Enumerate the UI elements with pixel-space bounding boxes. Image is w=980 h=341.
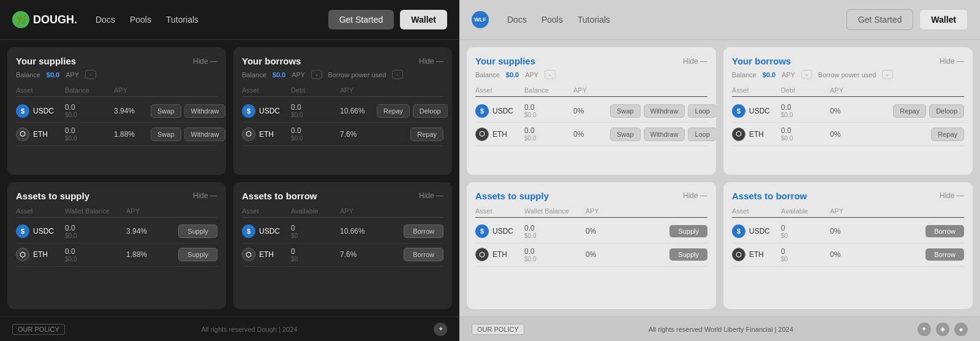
right-wallet-button[interactable]: Wallet [919,9,968,30]
left-supply-assets-usdc-wallet-main: 0.0 [65,224,126,232]
right-footer-social: ✦ ◈ ● [918,323,968,336]
right-logo: WLF [472,11,489,28]
right-supplies-usdc-apy: 0% [573,107,610,115]
right-footer-policy[interactable]: OUR POLICY [472,324,524,335]
left-footer: OUR POLICY All rights reserved Dough | 2… [0,316,459,341]
left-borrows-eth-repay[interactable]: Repay [410,128,443,141]
left-nav-pools[interactable]: Pools [130,15,151,25]
right-supplies-card: Your supplies Hide — Balance $0.0 APY - … [467,47,716,175]
left-borrows-usdc-apy: 10.66% [340,107,377,115]
right-borrows-col-asset: Asset [732,86,781,94]
left-borrows-card: Your borrows Hide — Balance $0.0 APY - B… [233,47,452,175]
left-supplies-eth-actions: Swap Withdraw Loop [151,128,226,141]
right-telegram-icon[interactable]: ● [954,323,968,336]
right-supply-assets-table-header: Asset Wallet Balance APY [475,205,707,218]
left-borrows-usdc-deloop[interactable]: Deloop [413,104,448,118]
right-nav-docs[interactable]: Docs [507,15,527,25]
left-borrow-assets-header: Assets to borrow Hide — [242,191,443,201]
left-supplies-usdc-swap[interactable]: Swap [151,104,181,118]
left-borrows-col-apy: APY [340,86,377,94]
right-supplies-col-balance: Balance [524,86,573,94]
left-supplies-eth-bal-main: 0.0 [65,126,114,135]
left-supply-assets-eth-supply-btn[interactable]: Supply [178,248,217,261]
right-supplies-usdc-bal-sub: $0.0 [524,112,573,118]
left-borrows-usdc-asset: $ USDC [242,104,291,118]
right-nav-tutorials[interactable]: Tutorials [578,15,610,25]
right-borrows-col-actions [867,86,964,94]
right-borrows-usdc-deloop[interactable]: Deloop [929,104,964,118]
right-borrow-assets-eth-apy: 0% [830,250,867,259]
left-supply-assets-eth-actions: Supply [163,248,217,261]
right-discord-icon[interactable]: ◈ [936,323,949,336]
left-supply-assets-col-actions [163,207,217,215]
right-supplies-col-asset: Asset [475,86,524,94]
left-supplies-balance-value: $0.0 [47,71,59,79]
right-supply-assets-hide[interactable]: Hide — [683,191,707,200]
right-borrows-usdc-repay[interactable]: Repay [893,104,926,118]
left-supplies-apy-tag: - [85,70,96,79]
left-supplies-hide[interactable]: Hide — [193,57,217,66]
right-borrow-assets-usdc-actions: Borrow [867,225,964,237]
left-borrows-usdc-repay[interactable]: Repay [377,104,410,118]
left-supplies-usdc-withdraw[interactable]: Withdraw [184,104,226,118]
left-borrow-assets-eth-borrow-btn[interactable]: Borrow [404,248,443,261]
right-borrow-assets-usdc-avail-sub: $0 [781,232,830,239]
right-borrows-usdc-icon: $ [732,104,745,118]
left-borrows-col-debt: Debt [291,86,340,94]
right-supplies-eth-withdraw[interactable]: Withdraw [644,128,685,141]
right-borrows-meta: Balance $0.0 APY - Borrow power used - [732,70,964,79]
right-supply-assets-usdc-apy: 0% [586,227,622,236]
left-supplies-usdc-asset: $ USDC [16,104,65,118]
right-footer: OUR POLICY All rights reserved World Lib… [459,316,980,341]
left-supplies-card: Your supplies Hide — Balance $0.0 APY - … [7,47,226,175]
left-borrow-assets-usdc-borrow-btn[interactable]: Borrow [404,224,443,238]
right-supplies-eth-loop[interactable]: Loop [688,128,716,141]
left-supplies-eth-swap[interactable]: Swap [151,128,181,141]
right-supplies-header: Your supplies Hide — [475,56,707,66]
left-borrow-assets-col-available: Available [291,207,340,215]
right-supplies-usdc-swap[interactable]: Swap [610,104,641,118]
right-supply-assets-usdc-wallet-main: 0.0 [524,224,586,232]
right-nav-pools[interactable]: Pools [541,15,563,25]
left-borrow-assets-hide[interactable]: Hide — [419,191,443,200]
right-borrow-assets-eth-borrow-btn[interactable]: Borrow [925,248,964,261]
left-supplies-col-asset: Asset [16,86,65,94]
left-borrow-assets-card: Assets to borrow Hide — Asset Available … [233,182,452,310]
left-footer-policy[interactable]: OUR POLICY [12,324,65,335]
right-borrow-assets-usdc-borrow-btn[interactable]: Borrow [925,225,964,237]
right-borrow-assets-table-header: Asset Available APY [732,205,964,218]
left-borrows-table-header: Asset Debt APY [242,84,443,97]
left-supplies-eth-withdraw[interactable]: Withdraw [184,128,226,141]
left-supply-assets-hide[interactable]: Hide — [193,191,217,200]
left-get-started-button[interactable]: Get Started [328,10,394,29]
left-borrows-hide[interactable]: Hide — [419,57,443,66]
right-twitter-icon[interactable]: ✦ [918,323,931,336]
left-supplies-eth-icon: ⬡ [16,128,29,141]
right-borrows-eth-icon: ⬡ [732,128,745,141]
left-borrows-usdc-label: USDC [259,107,280,115]
left-nav-tutorials[interactable]: Tutorials [166,15,198,25]
right-borrow-assets-hide[interactable]: Hide — [940,191,964,200]
left-nav-docs[interactable]: Docs [96,15,115,25]
left-borrows-balance-value: $0.0 [273,71,285,79]
left-borrow-assets-eth-apy: 7.6% [340,250,377,259]
right-supply-assets-usdc-supply-btn[interactable]: Supply [669,225,707,237]
right-supplies-hide[interactable]: Hide — [683,57,707,66]
right-borrows-eth-repay[interactable]: Repay [931,128,964,141]
right-borrows-title: Your borrows [732,56,791,66]
left-twitter-icon[interactable]: ✦ [434,323,447,336]
right-borrows-hide[interactable]: Hide — [940,57,964,66]
left-supply-assets-usdc-supply-btn[interactable]: Supply [178,224,217,238]
right-supplies-usdc-bal-main: 0.0 [524,103,573,112]
right-supplies-eth-swap[interactable]: Swap [610,128,641,141]
left-supply-assets-table-header: Asset Wallet Balance APY [16,205,217,218]
right-supplies-usdc-loop[interactable]: Loop [688,104,716,118]
right-nav-buttons: Get Started Wallet [846,9,968,30]
left-wallet-button[interactable]: Wallet [400,10,447,29]
right-supply-assets-eth-actions: Supply [622,248,707,261]
right-borrows-apy-tag: - [801,70,812,79]
right-supply-assets-eth-supply-btn[interactable]: Supply [669,248,707,261]
left-panel: 🌿 DOUGH. Docs Pools Tutorials Get Starte… [0,0,459,341]
right-supplies-usdc-withdraw[interactable]: Withdraw [644,104,685,118]
right-get-started-button[interactable]: Get Started [846,9,914,30]
